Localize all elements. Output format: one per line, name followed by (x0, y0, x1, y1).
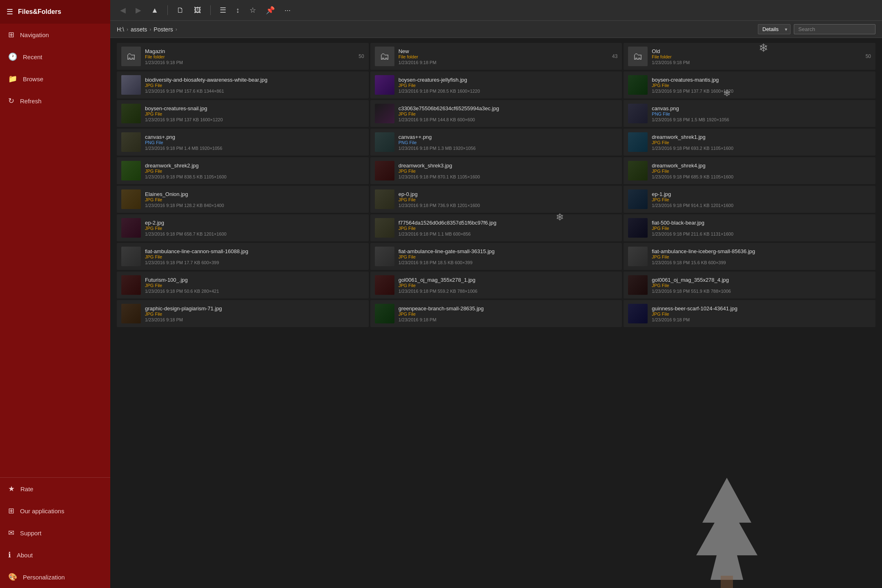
file-type: JPG File (145, 111, 364, 116)
file-thumb (628, 275, 648, 295)
file-item[interactable]: boysen-creatures-snail.jpg JPG File 1/23… (117, 100, 369, 127)
sidebar-label-browse: Browse (23, 76, 43, 82)
file-name: New (399, 48, 608, 54)
new-file-button[interactable]: 🗋 (174, 4, 187, 17)
file-info: gol0061_oj_mag_355x278_1.jpg JPG File 1/… (399, 277, 618, 294)
hamburger-icon[interactable]: ☰ (7, 7, 13, 16)
favorites-button[interactable]: ☆ (246, 3, 259, 17)
file-item[interactable]: 🗂 New File folder 1/23/2016 9:18 PM 43 (370, 43, 622, 70)
file-item[interactable]: ep-0.jpg JPG File 1/23/2016 9:18 PM 736.… (370, 186, 622, 213)
file-item[interactable]: gol0061_oj_mag_355x278_4.jpg JPG File 1/… (624, 272, 875, 298)
file-item[interactable]: c33063e75506b62634cf65255994a3ec.jpg JPG… (370, 100, 622, 127)
file-item[interactable]: biodiversity-and-biosafety-awareness-whi… (117, 71, 369, 98)
file-meta: 1/23/2016 9:18 PM (399, 317, 618, 322)
file-name: boysen-creatures-mantis.jpg (652, 77, 871, 83)
sidebar-item-support[interactable]: ✉ Support (0, 522, 110, 544)
file-item[interactable]: dreamwork_shrek1.jpg JPG File 1/23/2016 … (624, 129, 875, 156)
file-item[interactable]: graphic-design-plagiarism-71.jpg JPG Fil… (117, 300, 369, 327)
view-panel-button[interactable]: 🖼 (191, 4, 205, 17)
file-thumb (628, 104, 648, 123)
sidebar-top-nav: ⊞ Navigation 🕐 Recent 📁 Browse ↻ Refresh (0, 24, 110, 112)
file-item[interactable]: guinness-beer-scarf-1024-43641.jpg JPG F… (624, 300, 875, 327)
forward-button[interactable]: ▶ (132, 3, 145, 17)
file-item[interactable]: dreamwork_shrek3.jpg JPG File 1/23/2016 … (370, 157, 622, 184)
file-type: JPG File (399, 83, 618, 88)
file-type: JPG File (652, 283, 871, 288)
file-item[interactable]: f77564da1526d0d6c8357d51f6bc97f6.jpg JPG… (370, 214, 622, 241)
file-meta: 1/23/2016 9:18 PM 685.9 KB 1105×1600 (652, 174, 871, 179)
file-thumb (375, 275, 394, 295)
file-item[interactable]: boysen-creatures-jellyfish.jpg JPG File … (370, 71, 622, 98)
sidebar-item-about[interactable]: ℹ About (0, 544, 110, 566)
file-thumb (628, 161, 648, 180)
pin-button[interactable]: 📌 (263, 3, 278, 17)
file-count: 50 (359, 53, 364, 59)
sidebar-item-recent[interactable]: 🕐 Recent (0, 46, 110, 68)
file-type: JPG File (399, 197, 618, 202)
file-info: fiat-ambulance-line-gate-small-36315.jpg… (399, 248, 618, 265)
back-button[interactable]: ◀ (117, 3, 129, 17)
file-item[interactable]: 🗂 Magazin File folder 1/23/2016 9:18 PM … (117, 43, 369, 70)
breadcrumb-posters[interactable]: Posters (154, 26, 173, 33)
search-input[interactable] (794, 24, 875, 34)
sidebar-item-personalization[interactable]: 🎨 Personalization (0, 566, 110, 588)
details-view-button[interactable]: ☰ (216, 3, 229, 17)
file-item[interactable]: boysen-creatures-mantis.jpg JPG File 1/2… (624, 71, 875, 98)
file-item[interactable]: Elaines_Onion.jpg JPG File 1/23/2016 9:1… (117, 186, 369, 213)
about-icon: ℹ (8, 550, 11, 559)
file-item[interactable]: ep-2.jpg JPG File 1/23/2016 9:18 PM 658.… (117, 214, 369, 241)
file-type: JPG File (145, 312, 364, 316)
file-name: fiat-500-black-bear.jpg (652, 220, 871, 226)
file-thumb (628, 304, 648, 323)
file-item[interactable]: canvas+.png PNG File 1/23/2016 9:18 PM 1… (117, 129, 369, 156)
our-applications-icon: ⊞ (8, 506, 14, 515)
navigation-icon: ⊞ (8, 30, 14, 39)
file-meta: 1/23/2016 9:18 PM 559.2 KB 788×1006 (399, 289, 618, 294)
file-item[interactable]: canvas++.png PNG File 1/23/2016 9:18 PM … (370, 129, 622, 156)
file-name: c33063e75506b62634cf65255994a3ec.jpg (399, 105, 618, 111)
file-item[interactable]: dreamwork_shrek2.jpg JPG File 1/23/2016 … (117, 157, 369, 184)
file-meta: 1/23/2016 9:18 PM 658.7 KB 1201×1600 (145, 232, 364, 236)
file-info: c33063e75506b62634cf65255994a3ec.jpg JPG… (399, 105, 618, 122)
file-item[interactable]: 🗂 Old File folder 1/23/2016 9:18 PM 50 (624, 43, 875, 70)
file-item[interactable]: fiat-500-black-bear.jpg JPG File 1/23/20… (624, 214, 875, 241)
file-info: canvas+.png PNG File 1/23/2016 9:18 PM 1… (145, 134, 364, 151)
file-item[interactable]: greenpeace-branch-small-28635.jpg JPG Fi… (370, 300, 622, 327)
sidebar-item-browse[interactable]: 📁 Browse (0, 68, 110, 90)
up-button[interactable]: ▲ (148, 4, 162, 17)
sidebar-item-our-applications[interactable]: ⊞ Our applications (0, 500, 110, 522)
file-item[interactable]: gol0061_oj_mag_355x278_1.jpg JPG File 1/… (370, 272, 622, 298)
app-title: Files&Folders (18, 8, 61, 16)
sidebar-label-rate: Rate (20, 486, 33, 492)
file-type: JPG File (145, 169, 364, 174)
file-type: PNG File (399, 140, 618, 145)
sidebar-item-rate[interactable]: ★ Rate (0, 478, 110, 500)
file-item[interactable]: canvas.png PNG File 1/23/2016 9:18 PM 1.… (624, 100, 875, 127)
breadcrumb: H:\ › assets › Posters › Details List Ti… (110, 21, 882, 38)
view-select[interactable]: Details List Tiles Icons (758, 24, 791, 34)
file-name: ep-2.jpg (145, 220, 364, 226)
file-item[interactable]: fiat-ambulance-line-cannon-small-16088.j… (117, 243, 369, 270)
file-item[interactable]: Futurism-100_.jpg JPG File 1/23/2016 9:1… (117, 272, 369, 298)
file-meta: 1/23/2016 9:18 PM 693.2 KB 1105×1600 (652, 146, 871, 151)
file-name: f77564da1526d0d6c8357d51f6bc97f6.jpg (399, 220, 618, 226)
file-name: Futurism-100_.jpg (145, 277, 364, 283)
sidebar-item-navigation[interactable]: ⊞ Navigation (0, 24, 110, 46)
sidebar-label-support: Support (20, 530, 42, 537)
file-type: JPG File (652, 226, 871, 231)
sidebar-item-refresh[interactable]: ↻ Refresh (0, 90, 110, 112)
file-item[interactable]: dreamwork_shrek4.jpg JPG File 1/23/2016 … (624, 157, 875, 184)
sidebar-header: ☰ Files&Folders (0, 0, 110, 24)
file-type: File folder (145, 54, 354, 59)
breadcrumb-drive[interactable]: H:\ (117, 26, 124, 33)
file-type: JPG File (399, 169, 618, 174)
more-button[interactable]: ··· (281, 4, 294, 17)
breadcrumb-assets[interactable]: assets (131, 26, 147, 33)
file-meta: 1/23/2016 9:18 PM 736.9 KB 1201×1600 (399, 203, 618, 208)
toolbar: ◀ ▶ ▲ 🗋 🖼 ☰ ↕ ☆ 📌 ··· (110, 0, 882, 21)
sort-button[interactable]: ↕ (233, 4, 243, 17)
file-item[interactable]: fiat-ambulance-line-iceberg-small-85636.… (624, 243, 875, 270)
file-meta: 1/23/2016 9:18 PM 50.6 KB 280×421 (145, 289, 364, 294)
file-item[interactable]: ep-1.jpg JPG File 1/23/2016 9:18 PM 914.… (624, 186, 875, 213)
file-item[interactable]: fiat-ambulance-line-gate-small-36315.jpg… (370, 243, 622, 270)
